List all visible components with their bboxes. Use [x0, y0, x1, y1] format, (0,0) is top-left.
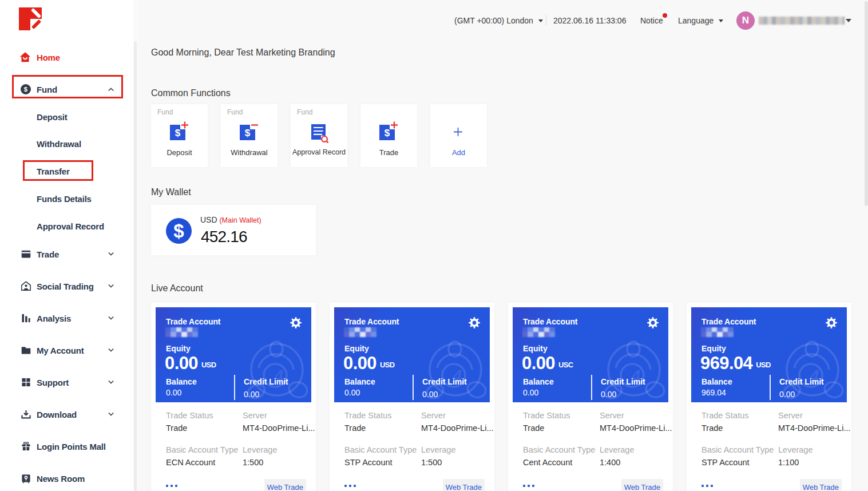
svg-text:4: 4 — [274, 366, 284, 385]
svg-text:4: 4 — [809, 366, 819, 385]
svg-text:$: $ — [245, 128, 251, 138]
svg-text:$: $ — [385, 128, 390, 138]
svg-text:$: $ — [175, 128, 181, 138]
svg-text:4: 4 — [452, 366, 462, 385]
svg-text:4: 4 — [631, 366, 641, 385]
